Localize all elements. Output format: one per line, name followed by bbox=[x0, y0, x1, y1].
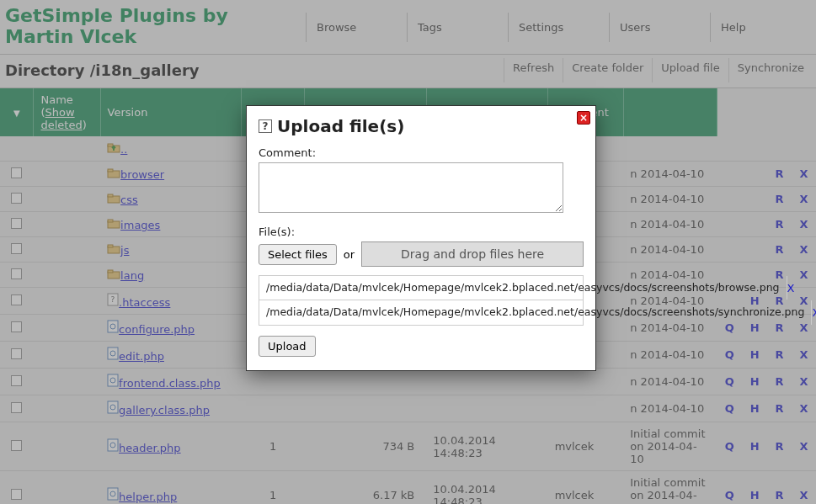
upload-modal: × ? Upload file(s) Comment: File(s): Sel… bbox=[246, 105, 596, 371]
file-row: /media/data/Data/mvlcek/Homepage/mvlcek2… bbox=[259, 300, 583, 324]
comment-textarea[interactable] bbox=[259, 162, 563, 213]
files-label: File(s): bbox=[259, 225, 584, 238]
select-files-button[interactable]: Select files bbox=[259, 244, 337, 265]
dropzone[interactable]: Drag and drop files here bbox=[361, 241, 584, 267]
file-row: /media/data/Data/mvlcek/Homepage/mvlcek2… bbox=[259, 276, 583, 300]
comment-label: Comment: bbox=[259, 146, 584, 159]
remove-file-button[interactable]: X bbox=[787, 282, 795, 294]
help-icon[interactable]: ? bbox=[259, 119, 272, 133]
upload-button[interactable]: Upload bbox=[259, 336, 316, 357]
file-path: /media/data/Data/mvlcek/Homepage/mvlcek2… bbox=[259, 276, 787, 300]
modal-title: Upload file(s) bbox=[277, 116, 404, 136]
file-list: /media/data/Data/mvlcek/Homepage/mvlcek2… bbox=[259, 275, 584, 326]
close-button[interactable]: × bbox=[577, 111, 590, 125]
or-text: or bbox=[344, 248, 355, 261]
file-path: /media/data/Data/mvlcek/Homepage/mvlcek2… bbox=[259, 300, 812, 324]
remove-file-button[interactable]: X bbox=[812, 306, 816, 319]
